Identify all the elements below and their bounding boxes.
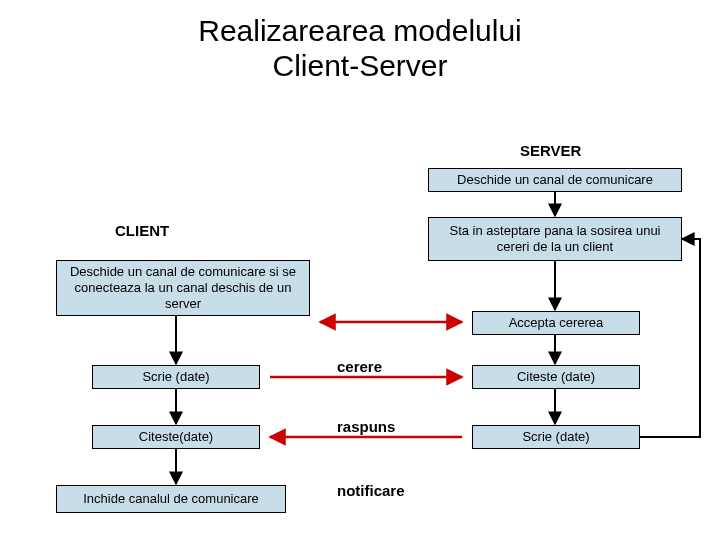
text: Citeste(date): [139, 429, 213, 445]
server-box-wait-request: Sta in asteptare pana la sosirea unui ce…: [428, 217, 682, 261]
message-label-notificare: notificare: [337, 482, 405, 499]
text: Citeste (date): [517, 369, 595, 385]
message-label-raspuns: raspuns: [337, 418, 395, 435]
message-label-cerere: cerere: [337, 358, 382, 375]
text: Accepta cererea: [509, 315, 604, 331]
server-box-open-channel: Deschide un canal de comunicare: [428, 168, 682, 192]
text: Deschide un canal de comunicare si se co…: [63, 264, 303, 313]
client-heading: CLIENT: [115, 222, 169, 239]
text: Inchide canalul de comunicare: [83, 491, 259, 507]
client-box-read: Citeste(date): [92, 425, 260, 449]
client-box-write: Scrie (date): [92, 365, 260, 389]
text: Scrie (date): [142, 369, 209, 385]
diagram-title: Realizarearea modelului Client-Server: [0, 0, 720, 83]
text: Scrie (date): [522, 429, 589, 445]
title-line-1: Realizarearea modelului: [198, 14, 522, 47]
client-box-connect: Deschide un canal de comunicare si se co…: [56, 260, 310, 316]
client-box-close: Inchide canalul de comunicare: [56, 485, 286, 513]
server-box-write: Scrie (date): [472, 425, 640, 449]
text: Sta in asteptare pana la sosirea unui ce…: [435, 223, 675, 256]
server-box-read: Citeste (date): [472, 365, 640, 389]
server-box-accept: Accepta cererea: [472, 311, 640, 335]
title-line-2: Client-Server: [272, 49, 447, 82]
server-heading: SERVER: [520, 142, 581, 159]
text: Deschide un canal de comunicare: [457, 172, 653, 188]
